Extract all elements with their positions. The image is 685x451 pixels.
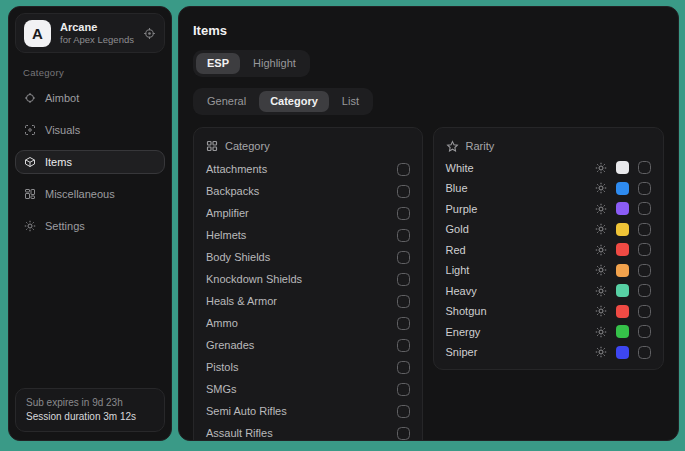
gear-icon[interactable] [595, 346, 607, 358]
app-header: A Arcane for Apex Legends [15, 13, 165, 53]
rarity-checkbox[interactable] [638, 161, 651, 174]
category-checkbox[interactable] [397, 361, 410, 374]
rarity-color-swatch[interactable] [616, 223, 629, 236]
category-checkbox[interactable] [397, 383, 410, 396]
category-row-label: Heals & Armor [206, 295, 397, 307]
rarity-row-label: Red [446, 244, 595, 256]
category-row-label: Body Shields [206, 251, 397, 263]
rarity-row-label: Light [446, 264, 595, 276]
sidebar-item-items[interactable]: Items [15, 150, 165, 174]
main-panel: Items ESPHighlight GeneralCategoryList C… [178, 6, 679, 441]
rarity-row-label: Heavy [446, 285, 595, 297]
category-row: Helmets [206, 228, 410, 242]
mode-highlight[interactable]: Highlight [242, 53, 307, 74]
category-panel: Category Attachments Backpacks Amplifier… [193, 127, 423, 441]
gear-icon[interactable] [595, 182, 607, 194]
rarity-checkbox[interactable] [638, 243, 651, 256]
category-checkbox[interactable] [397, 317, 410, 330]
rarity-row-label: Shotgun [446, 305, 595, 317]
category-row: Pistols [206, 360, 410, 374]
category-row: Ammo [206, 316, 410, 330]
rarity-row: Gold [446, 222, 651, 236]
subscription-info: Sub expires in 9d 23h Session duration 3… [15, 388, 165, 432]
category-checkbox[interactable] [397, 207, 410, 220]
rarity-row: Sniper [446, 345, 651, 359]
eye-scan-icon [24, 124, 36, 136]
gear-icon[interactable] [595, 305, 607, 317]
category-row: SMGs [206, 382, 410, 396]
rarity-color-swatch[interactable] [616, 161, 629, 174]
category-checkbox[interactable] [397, 163, 410, 176]
gear-icon[interactable] [595, 203, 607, 215]
sidebar-section-label: Category [23, 67, 165, 78]
gear-icon[interactable] [595, 223, 607, 235]
rarity-color-swatch[interactable] [616, 264, 629, 277]
rarity-checkbox[interactable] [638, 223, 651, 236]
rarity-color-swatch[interactable] [616, 305, 629, 318]
rarity-checkbox[interactable] [638, 202, 651, 215]
category-checkbox[interactable] [397, 229, 410, 242]
sidebar: A Arcane for Apex Legends Category Aimbo… [8, 6, 172, 441]
tab-category[interactable]: Category [259, 91, 329, 112]
app-logo: A [24, 20, 51, 47]
sidebar-item-aimbot[interactable]: Aimbot [15, 86, 165, 110]
category-checkbox[interactable] [397, 339, 410, 352]
target-icon[interactable] [143, 27, 156, 40]
category-row-label: Knockdown Shields [206, 273, 397, 285]
gear-icon[interactable] [595, 264, 607, 276]
category-row: Backpacks [206, 184, 410, 198]
category-checkbox[interactable] [397, 185, 410, 198]
sidebar-item-visuals[interactable]: Visuals [15, 118, 165, 142]
rarity-checkbox[interactable] [638, 346, 651, 359]
star-icon [446, 140, 459, 153]
rarity-checkbox[interactable] [638, 305, 651, 318]
gear-icon[interactable] [595, 244, 607, 256]
sidebar-nav: Aimbot Visuals Items Miscellaneous Setti… [15, 86, 165, 242]
category-checkbox[interactable] [397, 273, 410, 286]
gear-icon[interactable] [595, 326, 607, 338]
gear-icon [24, 220, 36, 232]
rarity-checkbox[interactable] [638, 264, 651, 277]
tab-general[interactable]: General [196, 91, 257, 112]
gear-icon[interactable] [595, 285, 607, 297]
category-row-label: Ammo [206, 317, 397, 329]
rarity-row: White [446, 161, 651, 175]
category-row-label: Attachments [206, 163, 397, 175]
mode-toggle: ESPHighlight [193, 50, 310, 77]
mode-esp[interactable]: ESP [196, 53, 240, 74]
sidebar-item-settings[interactable]: Settings [15, 214, 165, 238]
sidebar-item-label: Aimbot [45, 92, 79, 104]
category-row: Body Shields [206, 250, 410, 264]
category-checkbox[interactable] [397, 405, 410, 418]
tab-list[interactable]: List [331, 91, 370, 112]
rarity-color-swatch[interactable] [616, 325, 629, 338]
category-row: Knockdown Shields [206, 272, 410, 286]
category-row-label: Amplifier [206, 207, 397, 219]
rarity-color-swatch[interactable] [616, 284, 629, 297]
app-name: Arcane [60, 21, 134, 34]
rarity-checkbox[interactable] [638, 284, 651, 297]
rarity-color-swatch[interactable] [616, 346, 629, 359]
rarity-color-swatch[interactable] [616, 182, 629, 195]
sidebar-item-miscellaneous[interactable]: Miscellaneous [15, 182, 165, 206]
box-icon [24, 156, 36, 168]
crosshair-icon [24, 92, 36, 104]
rarity-checkbox[interactable] [638, 325, 651, 338]
category-row: Amplifier [206, 206, 410, 220]
view-tabs: GeneralCategoryList [193, 88, 373, 115]
rarity-row-label: Sniper [446, 346, 595, 358]
category-grid-icon [206, 140, 218, 152]
rarity-color-swatch[interactable] [616, 243, 629, 256]
gear-icon[interactable] [595, 162, 607, 174]
grid-icon [24, 188, 36, 200]
rarity-panel: Rarity White Blue Purple [433, 127, 664, 370]
rarity-panel-title: Rarity [466, 140, 495, 152]
category-checkbox[interactable] [397, 295, 410, 308]
category-checkbox[interactable] [397, 251, 410, 264]
rarity-color-swatch[interactable] [616, 202, 629, 215]
category-checkbox[interactable] [397, 427, 410, 440]
page-title: Items [193, 23, 664, 38]
rarity-row-label: Gold [446, 223, 595, 235]
rarity-checkbox[interactable] [638, 182, 651, 195]
category-row-label: Backpacks [206, 185, 397, 197]
